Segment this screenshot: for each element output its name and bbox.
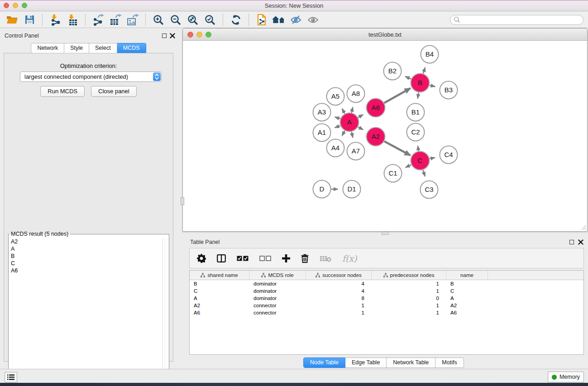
mcds-result-item[interactable]: A6: [9, 267, 162, 274]
edge-B-B2[interactable]: [405, 76, 411, 79]
zoom-fit-button[interactable]: [184, 13, 201, 27]
export-table-button[interactable]: [107, 13, 124, 27]
close-panel-button[interactable]: Close panel: [91, 86, 137, 97]
network-canvas[interactable]: B4B2BB3A5A8A6B1A3AA1C2A2A4A7C4CC1C3DD1: [183, 41, 587, 231]
edge-B-B1[interactable]: [418, 92, 419, 99]
control-panel: Control Panel NetworkStyleSelectMCDS Opt…: [0, 28, 177, 369]
edge-B-B4[interactable]: [423, 67, 425, 74]
network-graph[interactable]: B4B2BB3A5A8A6B1A3AA1C2A2A4A7C4CC1C3DD1: [183, 41, 587, 231]
tab-network-table[interactable]: Network Table: [387, 357, 435, 368]
table-row[interactable]: Bdominator41B: [190, 280, 583, 287]
duplicate-network-button[interactable]: [253, 13, 270, 27]
edge-A-A2[interactable]: [358, 127, 363, 129]
toolbar-separator: [85, 14, 86, 26]
table-cell: dominator: [249, 295, 306, 301]
search-input[interactable]: [460, 16, 583, 24]
table-panel: Table Panel: [183, 235, 588, 369]
run-mcds-button[interactable]: Run MCDS: [40, 86, 85, 97]
select-all-columns-button[interactable]: [237, 256, 249, 261]
tab-style[interactable]: Style: [64, 43, 89, 53]
node-table: shared nameMCDS rolesuccessor nodesprede…: [189, 270, 584, 355]
criterion-dropdown[interactable]: largest connected component (directed): [20, 71, 162, 82]
result-list-scrollbar[interactable]: [162, 238, 168, 383]
zoom-selected-button[interactable]: [201, 13, 219, 27]
toolbar-separator: [42, 14, 43, 26]
zoom-in-button[interactable]: [150, 13, 167, 27]
edge-B-B3[interactable]: [430, 85, 435, 86]
save-icon: [25, 15, 34, 24]
export-network-button[interactable]: [90, 13, 107, 27]
edge-A-A4[interactable]: [342, 131, 345, 136]
column-header-successor-nodes[interactable]: successor nodes: [306, 271, 372, 280]
mcds-result-item[interactable]: C: [9, 260, 162, 267]
search-icon: [454, 16, 460, 23]
edge-A-A8[interactable]: [352, 107, 353, 113]
horizontal-splitter-grip[interactable]: [382, 232, 389, 235]
edge-C-C2[interactable]: [418, 146, 419, 151]
column-header-MCDS-role[interactable]: MCDS role: [249, 271, 306, 280]
edge-C-C4[interactable]: [430, 157, 435, 158]
unchecked-boxes-icon: [259, 256, 271, 261]
float-panel-icon[interactable]: [162, 33, 167, 38]
mcds-result-list[interactable]: A2ABCA6: [9, 238, 162, 383]
delete-column-button[interactable]: [301, 254, 309, 263]
table-cell: A6: [446, 310, 488, 315]
export-image-button[interactable]: [124, 13, 141, 27]
save-session-button[interactable]: [21, 13, 38, 27]
tab-network[interactable]: Network: [31, 43, 64, 53]
edge-C-C1[interactable]: [406, 165, 411, 167]
edge-A-A7[interactable]: [352, 132, 353, 138]
edge-A-A6[interactable]: [358, 114, 363, 117]
toolbar-separator: [223, 14, 223, 26]
table-row[interactable]: Cdominator41C: [190, 287, 583, 295]
create-column-button[interactable]: [282, 254, 290, 262]
column-header-predecessor-nodes[interactable]: predecessor nodes: [372, 271, 446, 280]
tab-motifs[interactable]: Motifs: [435, 357, 464, 368]
zoom-out-button[interactable]: [167, 13, 184, 27]
table-cell: dominator: [249, 281, 306, 286]
column-type-icon: [383, 273, 388, 277]
apply-layout-button[interactable]: [227, 13, 244, 27]
optimization-criterion-label: Optimization criterion:: [4, 62, 173, 69]
edge-C-C3[interactable]: [423, 170, 425, 176]
tab-select[interactable]: Select: [89, 43, 117, 53]
mcds-result-box: MCDS result (5 nodes) A2ABCA6: [8, 231, 169, 384]
show-graphics-details-button[interactable]: [305, 13, 322, 27]
import-table-button[interactable]: [64, 13, 81, 27]
tab-edge-table[interactable]: Edge Table: [345, 357, 387, 368]
memory-button[interactable]: Memory: [548, 372, 584, 382]
mcds-result-item[interactable]: B: [9, 253, 162, 260]
duplicate-network-icon: [256, 14, 267, 26]
tab-mcds[interactable]: MCDS: [117, 43, 146, 53]
show-all-networks-button[interactable]: [270, 13, 287, 27]
network-window-titlebar[interactable]: testGlobe.txt: [183, 29, 587, 41]
edge-A6-B[interactable]: [384, 88, 411, 103]
table-row[interactable]: A2connector11A2: [190, 302, 583, 309]
table-row[interactable]: A6connector11A6: [190, 309, 583, 316]
toggle-column-view-button[interactable]: [217, 254, 226, 262]
close-panel-icon[interactable]: [170, 33, 175, 38]
import-network-button[interactable]: [47, 13, 64, 27]
node-label-B4: B4: [425, 50, 434, 58]
edge-A-A1[interactable]: [335, 126, 340, 128]
status-bar: Memory: [0, 369, 588, 383]
task-history-button[interactable]: [5, 372, 17, 382]
mcds-result-item[interactable]: A2: [9, 238, 162, 245]
table-row[interactable]: Adominator80A: [190, 295, 583, 302]
column-header-shared-name[interactable]: shared name: [190, 271, 249, 280]
tab-node-table[interactable]: Node Table: [303, 357, 345, 368]
edge-A2-C[interactable]: [384, 141, 411, 155]
hide-graphics-details-button[interactable]: [287, 13, 305, 27]
open-session-button[interactable]: [4, 13, 21, 27]
edge-A-A5[interactable]: [342, 109, 345, 114]
column-header-name[interactable]: name: [446, 271, 488, 280]
search-field[interactable]: [450, 15, 583, 25]
mcds-result-item[interactable]: A: [9, 245, 162, 253]
panel-splitter-grip[interactable]: [181, 197, 184, 205]
deselect-all-columns-button[interactable]: [259, 256, 271, 261]
window-resize-grip[interactable]: [580, 224, 586, 230]
table-settings-button[interactable]: [197, 254, 206, 263]
edge-A-A3[interactable]: [335, 117, 340, 119]
table-float-panel-icon[interactable]: [569, 240, 574, 244]
table-close-panel-icon[interactable]: [578, 239, 583, 245]
